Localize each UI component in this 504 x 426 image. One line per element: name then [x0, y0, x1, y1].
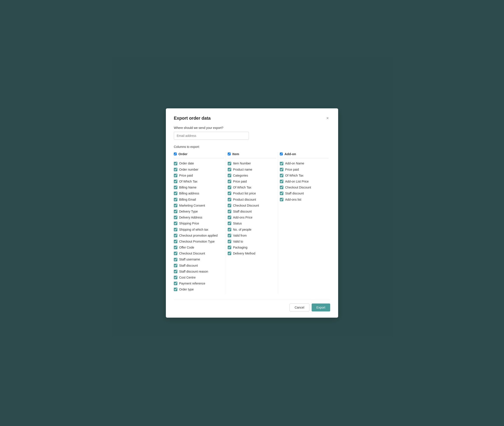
list-item: No. of people — [228, 227, 276, 232]
checkbox-addon-list-price[interactable] — [280, 180, 283, 183]
email-section: Where should we send your export? — [174, 126, 330, 140]
list-item: Marketing Consent — [174, 204, 224, 207]
order-header-checkbox[interactable] — [174, 153, 177, 155]
checkbox-billing-address[interactable] — [174, 192, 177, 195]
checkbox-item-price-paid[interactable] — [228, 180, 231, 183]
modal-overlay: Export order data × Where should we send… — [0, 0, 504, 426]
checkbox-billing-email[interactable] — [174, 198, 177, 201]
checkbox-staff-username[interactable] — [174, 258, 177, 261]
checkbox-price-paid[interactable] — [174, 174, 177, 177]
modal-footer: Cancel Export — [174, 300, 330, 312]
checkbox-addon-price-paid[interactable] — [280, 168, 283, 171]
list-item: Item Number — [228, 161, 276, 165]
checkbox-billing-name[interactable] — [174, 186, 177, 189]
checkbox-delivery-type[interactable] — [174, 210, 177, 213]
list-item: Add-ons Price — [228, 215, 276, 220]
list-item: Staff username — [174, 257, 224, 261]
checkbox-checkout-promotion-type[interactable] — [174, 240, 177, 243]
checkbox-valid-from[interactable] — [228, 234, 231, 237]
list-item: Staff discount reason — [174, 270, 224, 273]
addon-header-label: Add-on — [284, 152, 296, 156]
checkbox-categories[interactable] — [228, 174, 231, 177]
list-item: Product discount — [228, 198, 276, 201]
checkbox-addons-price[interactable] — [228, 216, 231, 219]
checkbox-no-of-people[interactable] — [228, 228, 231, 231]
list-item: Checkout Discount — [280, 185, 328, 189]
checkbox-addon-name[interactable] — [280, 162, 283, 165]
checkbox-offer-code[interactable] — [174, 246, 177, 249]
checkbox-product-name[interactable] — [228, 168, 231, 171]
addon-header-checkbox[interactable] — [280, 153, 283, 155]
list-item: Valid to — [228, 240, 276, 243]
list-item: Checkout promotion applied — [174, 234, 224, 237]
columns-label: Columns to export: — [174, 145, 330, 149]
modal-title: Export order data — [174, 116, 211, 121]
checkbox-item-checkout-discount[interactable] — [228, 204, 231, 207]
checkbox-delivery-address[interactable] — [174, 216, 177, 219]
checkbox-order-number[interactable] — [174, 168, 177, 171]
checkbox-shipping-price[interactable] — [174, 222, 177, 225]
list-item: Add-on Name — [280, 161, 328, 165]
checkbox-shipping-which-tax[interactable] — [174, 228, 177, 231]
checkbox-status[interactable] — [228, 222, 231, 225]
list-item: Of Which Tax — [280, 173, 328, 178]
list-item: Product list price — [228, 191, 276, 195]
list-item: Add-ons list — [280, 198, 328, 201]
order-items-list: Order date Order number Price paid Of Wh… — [174, 161, 224, 291]
checkbox-of-which-tax[interactable] — [174, 180, 177, 183]
list-item: Cost Centre — [174, 276, 224, 279]
list-item: Billing address — [174, 191, 224, 195]
email-input[interactable] — [174, 132, 249, 140]
checkbox-item-of-which-tax[interactable] — [228, 186, 231, 189]
addon-column: Add-on Add-on Name Price paid Of Which T… — [278, 152, 330, 293]
checkbox-staff-discount-reason[interactable] — [174, 270, 177, 273]
list-item: Checkout Discount — [174, 251, 224, 255]
list-item: Price paid — [228, 179, 276, 184]
item-header-checkbox[interactable] — [228, 153, 230, 155]
export-modal: Export order data × Where should we send… — [166, 108, 338, 317]
checkbox-checkout-promotion-applied[interactable] — [174, 234, 177, 237]
checkbox-packaging[interactable] — [228, 246, 231, 249]
checkbox-valid-to[interactable] — [228, 240, 231, 243]
list-item: Checkout Discount — [228, 204, 276, 207]
list-item: Of Which Tax — [228, 185, 276, 189]
checkbox-cost-centre[interactable] — [174, 276, 177, 279]
checkbox-staff-discount[interactable] — [174, 264, 177, 267]
list-item: Order number — [174, 168, 224, 171]
checkbox-checkout-discount[interactable] — [174, 252, 177, 255]
list-item: Price paid — [280, 168, 328, 171]
list-item: Billing Email — [174, 198, 224, 201]
list-item: Payment reference — [174, 281, 224, 285]
modal-header: Export order data × — [174, 115, 330, 121]
export-button[interactable]: Export — [312, 304, 330, 312]
checkbox-product-discount[interactable] — [228, 198, 231, 201]
list-item: Order date — [174, 161, 224, 165]
checkbox-order-type[interactable] — [174, 288, 177, 291]
checkbox-delivery-method[interactable] — [228, 252, 231, 255]
checkbox-order-date[interactable] — [174, 162, 177, 165]
checkbox-addon-checkout-discount[interactable] — [280, 186, 283, 189]
list-item: Delivery Address — [174, 215, 224, 220]
checkbox-item-number[interactable] — [228, 162, 231, 165]
list-item: Order type — [174, 287, 224, 291]
list-item: Status — [228, 221, 276, 225]
checkbox-payment-reference[interactable] — [174, 282, 177, 285]
addon-column-header: Add-on — [280, 152, 328, 158]
close-button[interactable]: × — [325, 115, 330, 121]
checkbox-addon-staff-discount[interactable] — [280, 192, 283, 195]
list-item: Price paid — [174, 173, 224, 178]
checkbox-item-staff-discount[interactable] — [228, 210, 231, 213]
checkbox-product-list-price[interactable] — [228, 192, 231, 195]
list-item: Staff discount — [228, 209, 276, 213]
list-item: Categories — [228, 173, 276, 178]
item-column-header: Item — [228, 152, 276, 158]
list-item: Checkout Promotion Type — [174, 240, 224, 243]
order-column: Order Order date Order number Price paid… — [174, 152, 226, 293]
cancel-button[interactable]: Cancel — [289, 304, 310, 312]
checkbox-addon-of-which-tax[interactable] — [280, 174, 283, 177]
checkbox-marketing-consent[interactable] — [174, 204, 177, 207]
list-item: Product name — [228, 168, 276, 171]
checkbox-addons-list[interactable] — [280, 198, 283, 201]
list-item: Delivery Method — [228, 251, 276, 255]
list-item: Valid from — [228, 234, 276, 237]
